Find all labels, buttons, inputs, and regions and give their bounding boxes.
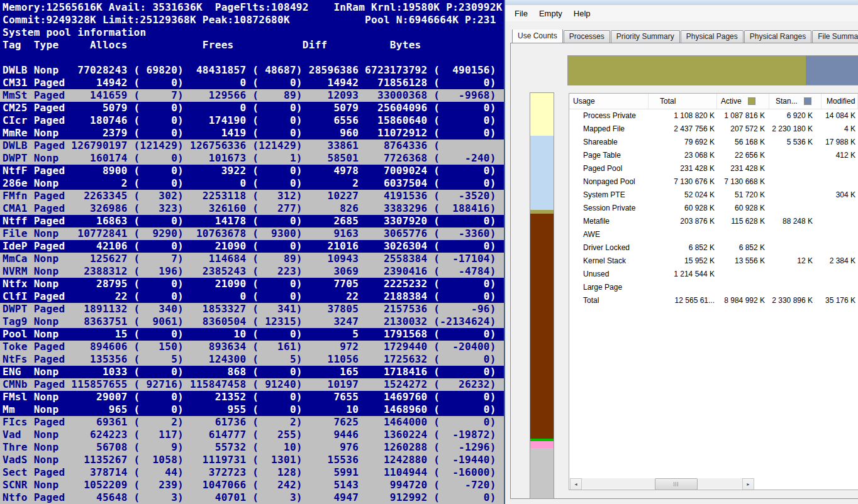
usage-listview: UsageTotalActiveStan...Modified Process … <box>569 93 858 490</box>
value-cell: 6 920 K <box>767 109 815 123</box>
usage-label: Nonpaged Pool <box>569 175 658 189</box>
horizontal-scrollbar[interactable]: ◄ ► <box>570 478 754 489</box>
table-row[interactable]: Large Page <box>569 281 858 294</box>
console-line: 286e Nonp 2 ( 0) 0 ( 0) 2 6037504 ( 0) <box>0 177 504 190</box>
value-cell: 51 720 K <box>717 189 767 202</box>
console-line: Commit:9249328K Limit:25129368K Peak:108… <box>0 14 504 26</box>
table-row[interactable]: Total12 565 61...8 984 992 K2 330 896 K3… <box>569 294 858 307</box>
value-cell: 6 852 K <box>717 241 767 255</box>
scrollbar-grip-icon <box>674 482 679 486</box>
usage-label: Metafile <box>569 215 658 228</box>
value-cell: 2 384 K <box>815 255 858 268</box>
table-row[interactable]: Page Table23 068 K22 656 K412 K <box>569 149 858 162</box>
tab-physical-pages[interactable]: Physical Pages <box>681 30 744 43</box>
console-line: VadS Nonp 1135267 ( 1058) 1119731 ( 1301… <box>0 454 504 466</box>
console-line: Ntff Paged 16863 ( 0) 14178 ( 0) 2685 33… <box>0 215 504 227</box>
value-cell <box>658 228 717 241</box>
table-row[interactable]: AWE <box>569 228 858 241</box>
console-line <box>0 52 504 64</box>
console-line: Ntfx Nonp 28795 ( 0) 21090 ( 0) 7705 222… <box>0 278 504 290</box>
console-line: MmRe Nonp 2379 ( 0) 1419 ( 0) 960 110729… <box>0 127 504 140</box>
table-body: Process Private1 108 820 K1 087 816 K6 9… <box>569 109 858 307</box>
pink-segment <box>530 441 554 448</box>
column-header-total[interactable]: Total <box>649 94 717 109</box>
memory-usage-bar <box>567 55 858 85</box>
table-row[interactable]: System PTE52 024 K51 720 K304 K <box>569 189 858 202</box>
table-row[interactable]: Unused1 214 544 K <box>569 268 858 281</box>
value-cell: 2 330 896 K <box>767 294 815 307</box>
value-cell: 12 565 61... <box>658 294 717 307</box>
value-cell: 56 168 K <box>717 136 767 149</box>
scroll-right-button[interactable]: ► <box>742 478 754 490</box>
table-row[interactable]: Shareable79 692 K56 168 K5 536 K17 988 K <box>569 136 858 149</box>
scrollbar-track[interactable] <box>582 478 742 489</box>
value-cell: 1 108 820 K <box>658 109 717 123</box>
gray-segment <box>530 448 554 498</box>
table-row[interactable]: Paged Pool231 428 K231 428 K <box>569 162 858 175</box>
value-cell: 4 K <box>815 123 858 136</box>
value-cell <box>767 281 815 294</box>
value-cell: 79 692 K <box>658 136 717 149</box>
value-cell: 412 K <box>815 149 858 162</box>
menu-empty[interactable]: Empty <box>533 7 568 20</box>
column-header-stan[interactable]: Stan... <box>769 94 822 109</box>
tab-file-summary[interactable]: File Summary <box>812 30 858 43</box>
memory-side-bar <box>530 92 554 499</box>
usage-label: Page Table <box>569 149 658 162</box>
table-row[interactable]: Nonpaged Pool7 130 676 K7 130 668 K <box>569 175 858 189</box>
value-cell <box>815 281 858 294</box>
standby-segment <box>806 56 858 85</box>
scrollbar-thumb[interactable] <box>655 478 698 490</box>
console-line: CM31 Paged 14942 ( 0) 0 ( 0) 14942 71856… <box>0 77 504 89</box>
tab-priority-summary[interactable]: Priority Summary <box>611 30 680 43</box>
value-cell <box>767 228 815 241</box>
table-row[interactable]: Session Private60 928 K60 928 K <box>569 202 858 215</box>
menu-help[interactable]: Help <box>568 7 596 20</box>
column-label: Stan... <box>776 97 798 106</box>
value-cell: 35 176 K <box>815 294 858 307</box>
table-row[interactable]: Mapped File2 437 756 K207 572 K2 230 180… <box>569 123 858 136</box>
pale-yellow-segment <box>530 93 554 136</box>
usage-label: Unused <box>569 268 658 281</box>
value-cell: 7 130 676 K <box>658 175 717 189</box>
tab-physical-ranges[interactable]: Physical Ranges <box>744 30 811 43</box>
column-label: Total <box>660 97 676 106</box>
column-label: Modified <box>827 97 855 106</box>
column-label: Active <box>721 97 742 106</box>
scroll-left-button[interactable]: ◄ <box>570 478 582 490</box>
console-line: Memory:12565616K Avail: 3531636K PageFlt… <box>0 1 504 14</box>
menu-file[interactable]: File <box>509 7 533 20</box>
usage-label: Process Private <box>569 109 658 123</box>
table-row[interactable]: Process Private1 108 820 K1 087 816 K6 9… <box>569 109 858 123</box>
value-cell: 52 024 K <box>658 189 717 202</box>
value-cell: 88 248 K <box>767 215 815 228</box>
value-cell: 15 952 K <box>658 255 717 268</box>
table-row[interactable]: Metafile203 876 K115 628 K88 248 K <box>569 215 858 228</box>
value-cell <box>815 175 858 189</box>
console-line: CM25 Paged 5079 ( 0) 0 ( 0) 5079 2560409… <box>0 102 504 114</box>
table-row[interactable]: Driver Locked6 852 K6 852 K <box>569 241 858 255</box>
value-cell <box>717 228 767 241</box>
column-header-usage[interactable]: Usage <box>569 94 649 109</box>
console-line: CIcr Paged 180746 ( 0) 174190 ( 0) 6556 … <box>0 114 504 127</box>
console-line: Vad Nonp 624223 ( 117) 614777 ( 255) 944… <box>0 429 504 441</box>
console-line: ENG Nonp 1033 ( 0) 868 ( 0) 165 1718416 … <box>0 366 504 378</box>
value-cell: 304 K <box>815 189 858 202</box>
usage-label: Session Private <box>569 202 658 215</box>
value-cell <box>717 281 767 294</box>
console-line: Ntfo Paged 45648 ( 3) 40701 ( 3) 4947 91… <box>0 491 504 504</box>
console-line: Thre Nonp 56708 ( 9) 55732 ( 10) 976 126… <box>0 441 504 454</box>
tab-processes[interactable]: Processes <box>564 30 610 43</box>
rammap-window: FileEmptyHelp Use CountsProcessesPriorit… <box>504 0 858 504</box>
value-cell <box>658 281 717 294</box>
console-line: NtFs Paged 135356 ( 5) 124300 ( 5) 11056… <box>0 353 504 366</box>
usage-label: Paged Pool <box>569 162 658 175</box>
console-line: FIcs Paged 69361 ( 2) 61736 ( 2) 7625 14… <box>0 416 504 429</box>
window-frame-top <box>505 0 858 5</box>
scroll-left-icon: ◄ <box>574 482 578 486</box>
column-header-modified[interactable]: Modified <box>822 94 858 109</box>
tab-strip: Use CountsProcessesPriority SummaryPhysi… <box>512 30 858 43</box>
tab-use-counts[interactable]: Use Counts <box>512 30 563 43</box>
table-row[interactable]: Kernel Stack15 952 K13 556 K12 K2 384 K <box>569 255 858 268</box>
column-header-active[interactable]: Active <box>717 94 769 109</box>
